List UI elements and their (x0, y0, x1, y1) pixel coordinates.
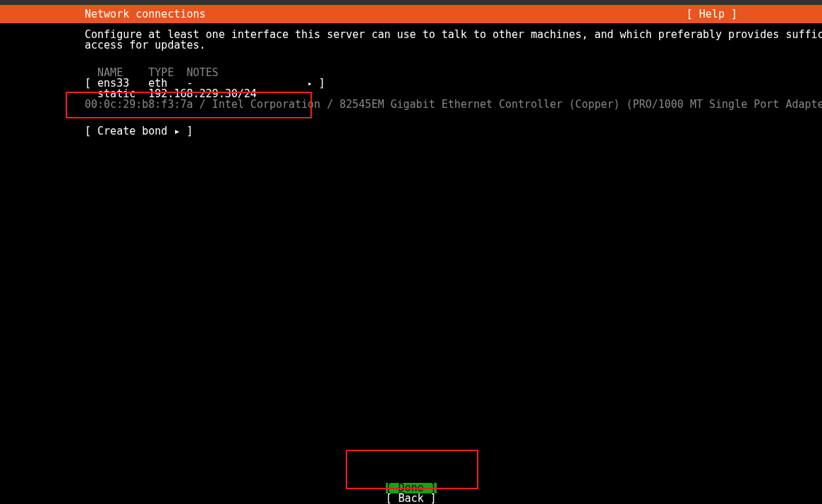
footer-buttons: [ Done ] [ Back ] (0, 479, 822, 504)
back-button[interactable]: [ Back ] (385, 493, 436, 504)
interface-table: NAME TYPE NOTES[ ens33 eth - ▸ ] static … (85, 68, 737, 110)
interface-details: 00:0c:29:b8:f3:7a / Intel Corporation / … (85, 99, 737, 110)
description-line-2: access for updates. (85, 39, 206, 51)
page-title: Network connections (85, 9, 206, 20)
help-button[interactable]: [ Help ] (687, 9, 737, 20)
create-bond-button[interactable]: [ Create bond ▸ ] (85, 126, 737, 137)
header-bar: Network connections [ Help ] (0, 5, 822, 23)
chevron-right-icon: ▸ (308, 79, 313, 88)
back-bracket-close: ] (430, 492, 437, 504)
back-bracket-open: [ (385, 492, 398, 504)
back-text: Back (398, 492, 430, 504)
main-content: Configure at least one interface this se… (0, 30, 822, 137)
description-text: Configure at least one interface this se… (85, 30, 737, 51)
window-chrome-top (0, 0, 822, 5)
